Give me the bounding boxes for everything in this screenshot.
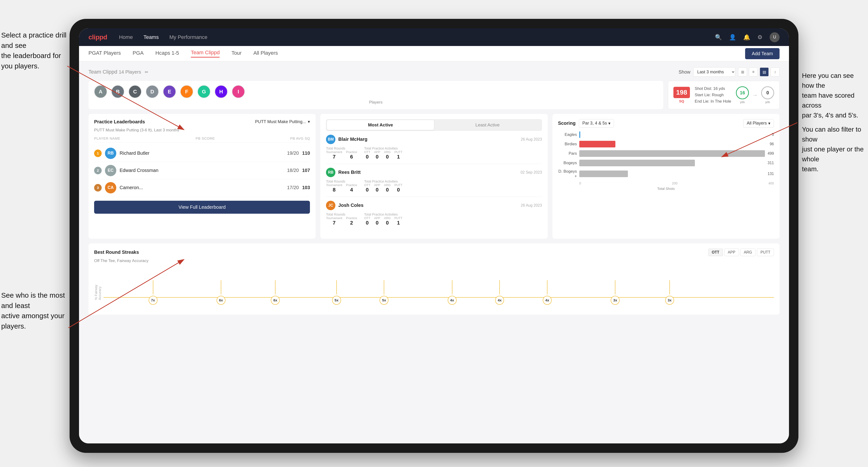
lb-rank-2: 2 [94,167,102,174]
player-avatar-5[interactable]: E [163,85,176,98]
streaks-header: Best Round Streaks OTT APP ARG PUTT [94,249,774,256]
chart-bar-container [579,170,766,177]
chart-x-label: Total Shots [558,187,774,191]
streak-btn-putt[interactable]: PUTT [757,249,774,256]
streak-dot: 5x [379,296,389,305]
streak-btn-app[interactable]: APP [724,249,739,256]
app-col-2: APP 0 [374,183,380,193]
player-avatar-3[interactable]: C [129,85,142,98]
chart-bar-row: D. Bogeys +131 [558,169,774,179]
nav-links: Home Teams My Performance [119,34,703,40]
tablet-screen: clippd Home Teams My Performance 🔍 👤 🔔 ⚙… [79,28,789,443]
team-header: Team Clippd 14 Players ✏ Show Last 3 mon… [88,67,780,76]
tournament-col-3: Tournament 7 [326,216,342,226]
subnav-pga[interactable]: PGA [132,50,144,57]
avatar[interactable]: U [770,32,780,42]
ott-col-2: OTT 0 [364,183,370,193]
show-select[interactable]: Last 3 months [693,67,735,76]
leaderboard-card: Practice Leaderboards PUTT Must Make Put… [88,114,316,239]
scoring-filter[interactable]: Par 3, 4 & 5s ▾ [579,119,614,128]
nav-link-myperformance[interactable]: My Performance [169,34,207,40]
app-col-3: APP 0 [374,216,380,226]
total-rounds-group-2: Total Rounds Tournament 8 Practice 4 [326,180,357,193]
nav-link-home[interactable]: Home [119,34,133,40]
chart-value: 311 [768,161,774,165]
scoring-header: Scoring Par 3, 4 & 5s ▾ All Players ▾ [558,119,774,128]
subnav-hcaps[interactable]: Hcaps 1-5 [155,50,179,57]
streak-dot: 4x [495,296,504,305]
activity-date-1: 26 Aug 2023 [521,137,542,142]
chart-value: 131 [768,172,774,176]
tab-least-active[interactable]: Least Active [434,120,541,130]
tab-most-active[interactable]: Most Active [327,120,434,130]
players-section: A B C D E F G H I Players [88,81,663,109]
chart-value: 499 [768,151,774,156]
activity-player-3: JC Josh Coles 26 Aug 2023 Total Rounds T… [326,201,542,230]
chart-bar-container [579,150,766,157]
view-card-icon[interactable]: ▤ [760,67,769,76]
edit-icon[interactable]: ✏ [145,70,148,74]
shot-circle-gray-group: 0 yds [761,86,774,104]
annotation-bottom-left: See who is the most and leastactive amon… [1,290,67,331]
player-avatar-9[interactable]: I [232,85,245,98]
player-avatar-4[interactable]: D [146,85,159,98]
streak-dot-circle: 5x [332,296,341,305]
show-filter: Show Last 3 months ⊞ ≡ ▤ ↕ [679,67,780,76]
player-avatar-2[interactable]: B [111,85,124,98]
view-sort-icon[interactable]: ↕ [771,67,780,76]
chart-value: 96 [770,142,774,146]
arg-col-2: ARG 0 [384,183,391,193]
subnav-right: Add Team [745,48,780,59]
nav-link-teams[interactable]: Teams [144,34,159,40]
view-grid-icon[interactable]: ⊞ [738,67,747,76]
lb-row-1: 1 RB Richard Butler 19/20 110 [94,145,310,162]
user-icon[interactable]: 👤 [729,34,736,40]
player-avatar-8[interactable]: H [215,85,228,98]
lb-avatar-2: EC [105,165,116,176]
subnav-teamclippd[interactable]: Team Clippd [191,50,220,58]
main-content: Team Clippd 14 Players ✏ Show Last 3 mon… [79,61,789,443]
putt-col-1: PUTT 1 [394,150,402,160]
three-col: Practice Leaderboards PUTT Must Make Put… [88,114,780,239]
streak-btn-ott[interactable]: OTT [708,249,723,256]
search-icon[interactable]: 🔍 [715,34,722,40]
activity-player-2: RB Rees Britt 02 Sep 2023 Total Rounds T… [326,168,542,197]
chart-area: Eagles3Birdies96Pars499Bogeys311D. Bogey… [558,131,774,179]
subnav-pgat[interactable]: PGAT Players [88,50,121,57]
ott-col-3: OTT 0 [364,216,370,226]
chart-label: D. Bogeys + [558,169,577,179]
chart-label: Bogeys [558,161,577,165]
bell-icon[interactable]: 🔔 [743,34,750,40]
streak-dot: 4x [543,296,552,305]
practice-activities-label-2: Total Practice Activities [364,180,402,183]
lb-avatar-3: CA [105,182,116,193]
streak-vert-line [670,280,670,294]
player-avatars-row: A B C D E F G H I [94,85,658,98]
chart-bar-row: Eagles3 [558,131,774,138]
streak-btn-arg[interactable]: ARG [740,249,756,256]
streaks-card: Best Round Streaks OTT APP ARG PUTT Off … [88,243,780,315]
leaderboard-dropdown[interactable]: PUTT Must Make Putting... ▾ [255,119,310,124]
ott-col-1: OTT 0 [364,150,370,160]
subnav-tour[interactable]: Tour [231,50,242,57]
chart-value: 3 [772,132,774,137]
lb-name-2: Edward Crossman [120,168,284,173]
scoring-players-filter[interactable]: All Players ▾ [743,119,774,128]
settings-icon[interactable]: ⚙ [757,34,763,40]
y-axis-label: % Fairway Accuracy [94,272,102,300]
activity-date-3: 26 Aug 2023 [521,203,542,208]
player-avatar-1[interactable]: A [94,85,107,98]
shot-badge: 198 [673,87,690,98]
shot-info: Shot Dist: 16 yds Start Lie: Rough End L… [695,85,731,105]
view-leaderboard-button[interactable]: View Full Leaderboard [94,201,310,214]
player-avatar-7[interactable]: G [197,85,210,98]
navbar: clippd Home Teams My Performance 🔍 👤 🔔 ⚙… [79,28,789,46]
player-avatar-6[interactable]: F [180,85,193,98]
leaderboard-col-headers: PLAYER NAME PB SCORE PB AVG SQ [94,136,310,143]
chart-bar-row: Pars499 [558,150,774,157]
view-list-icon[interactable]: ≡ [749,67,758,76]
streak-dot-circle: 7x [149,296,158,305]
add-team-button[interactable]: Add Team [745,48,780,59]
subnav-allplayers[interactable]: All Players [253,50,278,57]
shot-circle-green-group: 16 yds [736,86,749,104]
